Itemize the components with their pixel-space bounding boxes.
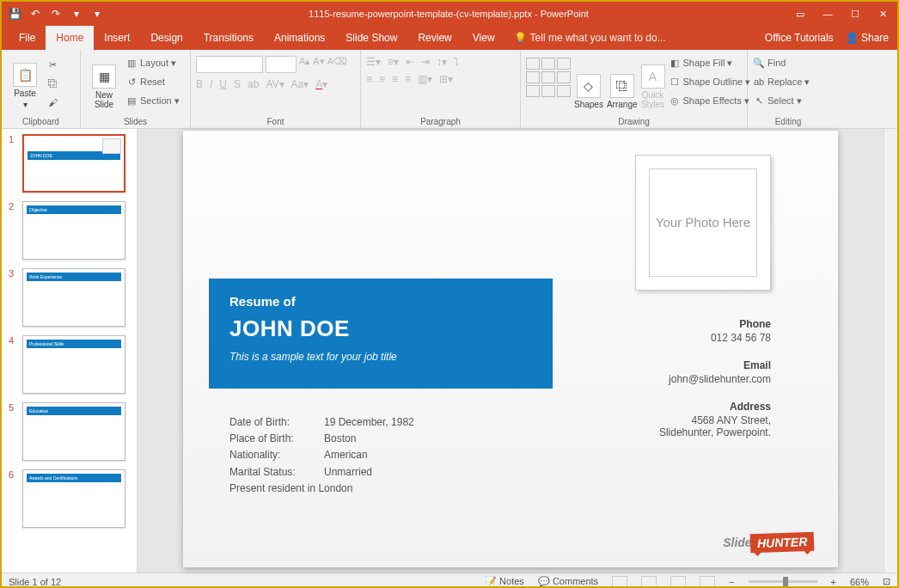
tab-review[interactable]: Review (407, 26, 462, 50)
zoom-slider[interactable] (749, 580, 817, 583)
indent-inc-button[interactable]: ⇥ (421, 56, 430, 68)
align-right-button[interactable]: ≡ (392, 73, 398, 85)
replace-button[interactable]: abReplace ▾ (753, 73, 810, 90)
title-block[interactable]: Resume of JOHN DOE This is a sample text… (209, 279, 553, 389)
reset-button[interactable]: ↺Reset (125, 73, 180, 90)
align-left-button[interactable]: ≡ (366, 73, 372, 85)
spacing-button[interactable]: AV▾ (266, 78, 284, 90)
redo-icon[interactable]: ↷ (50, 8, 62, 20)
comments-button[interactable]: 💬 Comments (538, 576, 598, 587)
thumb-1[interactable]: 1JOHN DOE (9, 134, 130, 193)
align-center-button[interactable]: ≡ (379, 73, 385, 85)
font-family-input[interactable] (196, 56, 263, 73)
copy-button[interactable]: ⿻ (46, 75, 58, 92)
font-size-input[interactable] (266, 56, 297, 73)
shape-fill-button[interactable]: ◧Shape Fill ▾ (669, 54, 751, 71)
qat-more-icon[interactable]: ▾ (91, 8, 103, 20)
slide-editor[interactable]: Your Photo Here Resume of JOHN DOE This … (138, 129, 884, 573)
slide-thumbnails-panel[interactable]: 1JOHN DOE 2Objective 3Work Experience 4P… (2, 129, 138, 573)
select-button[interactable]: ↖Select ▾ (753, 92, 810, 109)
zoom-level[interactable]: 66% (850, 577, 869, 587)
indent-dec-button[interactable]: ⇤ (406, 56, 414, 68)
numbering-button[interactable]: ≡▾ (388, 56, 399, 68)
normal-view-button[interactable] (612, 576, 627, 588)
shape-effects-button[interactable]: ◎Shape Effects ▾ (669, 92, 751, 109)
tell-me-search[interactable]: 💡Tell me what you want to do... (505, 32, 675, 44)
paste-button[interactable]: 📋Paste▾ (7, 52, 43, 109)
format-painter-icon: 🖌 (46, 96, 58, 108)
zoom-in-button[interactable]: + (831, 577, 836, 587)
slide-counter[interactable]: Slide 1 of 12 (9, 577, 61, 587)
tab-transitions[interactable]: Transitions (193, 26, 264, 50)
font-color-button[interactable]: A▾ (315, 78, 327, 90)
start-from-beginning-icon[interactable]: ▾ (70, 8, 83, 20)
arrange-button[interactable]: ⿻Arrange (607, 52, 638, 109)
select-icon: ↖ (753, 95, 765, 107)
find-icon: 🔍 (753, 57, 765, 69)
office-tutorials-link[interactable]: Office Tutorials (765, 32, 834, 44)
shape-outline-icon: ☐ (669, 76, 681, 88)
format-painter-button[interactable]: 🖌 (46, 94, 58, 111)
thumb-5[interactable]: 5Education (9, 402, 130, 461)
new-slide-icon: ▦ (92, 64, 116, 89)
find-button[interactable]: 🔍Find (753, 54, 810, 71)
slide-canvas[interactable]: Your Photo Here Resume of JOHN DOE This … (183, 131, 838, 567)
titlebar: 💾 ↶ ↷ ▾ ▾ 1115-resume-powerpoint-templat… (2, 2, 897, 26)
notes-button[interactable]: 📝 Notes (485, 576, 524, 587)
window-title: 1115-resume-powerpoint-template-(cv-temp… (103, 9, 794, 19)
tab-file[interactable]: File (9, 26, 46, 50)
smartart-button[interactable]: ⊞▾ (439, 73, 453, 85)
minimize-icon[interactable]: — (822, 8, 834, 20)
decrease-font-icon[interactable]: A▾ (313, 56, 324, 73)
section-button[interactable]: ▤Section ▾ (125, 92, 180, 109)
thumb-2[interactable]: 2Objective (9, 201, 130, 260)
shapes-gallery[interactable] (526, 58, 571, 97)
slidehunter-logo: SlideHUNTER (723, 533, 814, 552)
columns-button[interactable]: ▥▾ (418, 73, 432, 85)
ribbon-options-icon[interactable]: ▭ (794, 8, 806, 20)
photo-placeholder[interactable]: Your Photo Here (635, 155, 771, 291)
undo-icon[interactable]: ↶ (29, 8, 41, 20)
case-button[interactable]: Aa▾ (291, 78, 309, 90)
layout-button[interactable]: ▥Layout ▾ (125, 54, 180, 71)
cut-button[interactable]: ✂ (46, 56, 58, 73)
increase-font-icon[interactable]: A▴ (299, 56, 310, 73)
replace-icon: ab (753, 76, 765, 88)
personal-details[interactable]: Date of Birth:19 December, 1982 Place of… (229, 414, 414, 497)
thumb-4[interactable]: 4Professional Skills (9, 335, 130, 394)
save-icon[interactable]: 💾 (9, 8, 21, 20)
slideshow-view-button[interactable] (700, 576, 715, 588)
fit-to-window-button[interactable]: ⊡ (883, 576, 890, 587)
bullets-button[interactable]: ☰▾ (366, 56, 381, 68)
cut-icon: ✂ (46, 58, 58, 70)
maximize-icon[interactable]: ☐ (849, 8, 861, 20)
tab-animations[interactable]: Animations (264, 26, 335, 50)
reading-view-button[interactable] (670, 576, 686, 588)
sorter-view-button[interactable] (641, 576, 657, 588)
underline-button[interactable]: U (219, 78, 227, 90)
shadow-button[interactable]: ab (248, 78, 259, 90)
justify-button[interactable]: ≡ (405, 73, 411, 85)
tab-home[interactable]: Home (46, 26, 94, 50)
clear-format-icon[interactable]: A⌫ (327, 56, 347, 73)
zoom-out-button[interactable]: − (729, 577, 734, 587)
quick-styles-button[interactable]: AQuick Styles (641, 52, 665, 109)
new-slide-button[interactable]: ▦New Slide (86, 52, 122, 109)
text-direction-button[interactable]: ⤵ (454, 56, 459, 68)
share-button[interactable]: 👤 Share (846, 32, 889, 44)
bold-button[interactable]: B (196, 78, 203, 90)
strikethrough-button[interactable]: S (234, 78, 241, 90)
tab-insert[interactable]: Insert (94, 26, 140, 50)
close-icon[interactable]: ✕ (877, 8, 889, 20)
tab-slideshow[interactable]: Slide Show (335, 26, 407, 50)
line-spacing-button[interactable]: ↕▾ (437, 56, 447, 68)
shape-outline-button[interactable]: ☐Shape Outline ▾ (669, 73, 751, 90)
shapes-button[interactable]: ◇Shapes (574, 52, 603, 109)
thumb-6[interactable]: 6Awards and Certifications (9, 469, 130, 528)
italic-button[interactable]: I (210, 78, 212, 90)
vertical-scrollbar[interactable] (884, 129, 897, 573)
thumb-3[interactable]: 3Work Experience (9, 268, 130, 327)
contact-block[interactable]: Phone012 34 56 78 Emailjohn@slidehunter.… (659, 318, 771, 454)
tab-view[interactable]: View (462, 26, 505, 50)
tab-design[interactable]: Design (140, 26, 193, 50)
